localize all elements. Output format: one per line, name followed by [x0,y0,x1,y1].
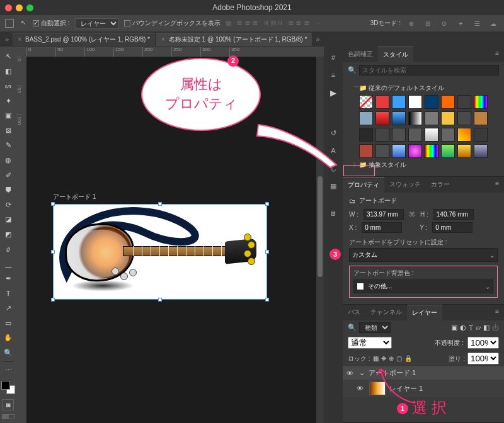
eyedropper-tool-icon[interactable]: ✎ [0,138,16,153]
tab-channels[interactable]: チャンネル [365,305,407,320]
orbit-icon[interactable]: ⊕ [406,18,417,29]
height-input[interactable] [433,209,474,220]
lock-artboard-icon[interactable]: ⊕ [389,355,394,362]
artboard[interactable]: アートボード 1 [53,193,267,300]
dodge-tool-icon[interactable]: ‿ [0,256,16,271]
lock-all-icon[interactable]: 🔒 [404,355,412,362]
auto-select-target-dropdown[interactable]: レイヤー [75,18,119,29]
panel-menu-icon[interactable]: ≡ [326,68,340,82]
panel-menu-icon[interactable]: ≡ [490,177,504,193]
close-tab-icon[interactable]: × [18,36,21,43]
zoom-tool-icon[interactable]: 🔍 [0,346,16,361]
history-icon[interactable]: ↺ [326,126,340,140]
style-swatch[interactable] [457,144,471,158]
tab-color[interactable]: カラー [426,177,455,193]
pen-tool-icon[interactable]: ✒ [0,271,16,286]
vertical-scrollbar[interactable] [316,57,324,423]
style-swatch[interactable] [359,144,373,158]
tab-color-correction[interactable]: 色調補正 [343,47,378,62]
home-icon[interactable] [5,19,14,28]
more-icon[interactable]: ☰ [471,18,483,29]
frame-tool-icon[interactable]: ⊠ [0,123,16,138]
style-swatch[interactable] [457,128,471,142]
panel-menu-icon[interactable]: ≡ [490,305,504,320]
hand-tool-icon[interactable]: ✋ [0,330,16,346]
tabs-overflow-icon[interactable]: » [313,35,322,43]
style-swatch[interactable] [392,111,406,125]
vertical-ruler[interactable]: 050100 [16,57,26,423]
filter-type-icon[interactable]: T [469,324,473,332]
auto-select-checkbox[interactable] [33,20,39,26]
style-swatch[interactable] [359,95,373,109]
visibility-icon[interactable]: 👁 [346,369,355,377]
width-input[interactable] [364,209,404,220]
healing-tool-icon[interactable]: ◍ [0,153,16,168]
style-swatch[interactable] [441,95,455,109]
filter-adjust-icon[interactable]: ◐ [460,324,466,332]
axis-icon[interactable]: ✦ [455,18,466,29]
style-swatch[interactable] [375,111,389,125]
tab-swatches[interactable]: スウォッチ [384,177,426,193]
layer-row[interactable]: 👁 レイヤー 1 [343,380,504,397]
layer-thumbnail[interactable] [369,381,386,395]
visibility-icon[interactable]: 👁 [357,385,365,392]
zoom-icon[interactable]: ⊙ [438,18,450,29]
style-swatch[interactable] [359,128,373,142]
lock-pixels-icon[interactable]: ▦ [373,355,379,362]
opacity-dropdown[interactable]: 100% [467,337,499,349]
actions-play-icon[interactable]: ▶ [326,86,340,99]
style-swatch[interactable] [408,128,422,142]
lasso-tool-icon[interactable]: ᔕ [0,79,16,94]
style-swatch[interactable] [474,111,488,125]
style-swatch[interactable] [408,144,422,158]
style-swatch[interactable] [474,95,488,109]
style-swatch[interactable] [392,144,406,158]
style-swatch[interactable] [359,111,373,125]
style-swatch[interactable] [425,95,438,109]
x-input[interactable] [362,222,402,233]
color-swatch[interactable] [1,381,15,395]
document-tab[interactable]: ×BASS_2.psd @ 100% (レイヤー 1, RGB/8) * [13,33,155,46]
character-icon[interactable]: A [326,144,340,157]
horizontal-ruler[interactable]: 050100150200250300350 [26,47,324,57]
filter-shape-icon[interactable]: ▱ [476,324,481,332]
styles-folder[interactable]: 📁 従来のデフォルトスタイル [353,84,498,93]
style-swatch[interactable] [441,111,455,125]
style-swatch[interactable] [425,144,438,158]
panel-menu-icon[interactable]: ≡ [490,47,504,62]
tab-paths[interactable]: パス [343,305,365,320]
filter-toggle-icon[interactable]: ⏻ [492,324,499,332]
info-icon[interactable]: 🗎 [326,206,340,220]
blur-tool-icon[interactable]: ∂ [0,242,16,257]
bounding-box-checkbox[interactable] [124,20,130,26]
style-swatch[interactable] [375,95,389,109]
filter-smart-icon[interactable]: ◧ [483,324,490,332]
path-tool-icon[interactable]: ↗ [0,301,16,316]
style-swatch[interactable] [375,128,389,142]
shape-tool-icon[interactable]: ▭ [0,316,16,331]
style-swatch[interactable] [457,111,471,125]
layer-row-artboard[interactable]: 👁 ⌄ アートボード 1 [343,366,504,380]
lock-nest-icon[interactable]: ▢ [396,355,402,362]
quick-mask-icon[interactable]: ◙ [3,399,14,410]
y-input[interactable] [432,222,472,233]
eraser-tool-icon[interactable]: ◪ [0,212,16,227]
tab-properties[interactable]: プロパティ [343,177,384,193]
style-swatch[interactable] [392,95,406,109]
style-swatch[interactable] [408,111,422,125]
style-swatch[interactable] [441,144,455,158]
screen-mode-icon[interactable] [2,414,14,419]
blend-mode-dropdown[interactable]: 通常 [348,337,392,349]
style-swatch[interactable] [474,144,488,158]
style-swatch[interactable] [457,95,471,109]
style-search-input[interactable] [359,65,499,76]
style-swatch[interactable] [474,128,488,142]
document-tab[interactable]: ×名称未設定 1 @ 100% (アートボード 1, RGB/8) * [156,33,312,46]
measure-icon[interactable]: し [326,161,340,175]
crop-tool-icon[interactable]: ▣ [0,108,16,123]
tab-styles[interactable]: スタイル [378,47,413,62]
ruler-origin[interactable] [16,47,26,57]
style-swatch[interactable] [441,128,455,142]
lock-position-icon[interactable]: ✥ [381,355,386,362]
style-swatch[interactable] [408,95,422,109]
